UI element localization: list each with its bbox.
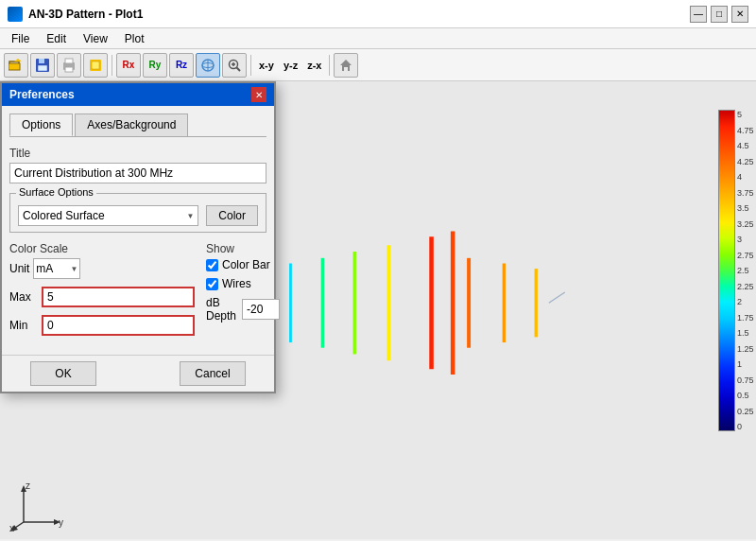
color-scale-label: Color Scale	[9, 242, 195, 255]
surface-dropdown[interactable]: Colored Surface ▼	[18, 205, 198, 226]
toolbar-separator-3	[329, 55, 330, 76]
unit-value: mA	[36, 262, 53, 275]
maximize-button[interactable]: □	[711, 6, 728, 23]
wires-checkbox[interactable]	[206, 278, 218, 290]
surface-row: Colored Surface ▼ Color	[18, 205, 258, 226]
depth-input[interactable]	[242, 299, 280, 320]
z-axis-label: z	[26, 480, 30, 491]
title-bar: AN-3D Pattern - Plot1 — □ ✕	[0, 0, 756, 28]
surface-dropdown-arrow: ▼	[186, 212, 194, 220]
unit-row: Unit mA ▼	[9, 258, 195, 279]
color-bar-label-14: 1.5	[737, 328, 756, 338]
svg-marker-18	[340, 60, 352, 71]
color-bar-label-8: 3	[737, 235, 756, 244]
toolbar-nav-xy[interactable]: x-y	[255, 58, 278, 73]
color-bar-label-5: 3.75	[737, 188, 756, 198]
toolbar-home-btn[interactable]	[334, 53, 358, 78]
min-row: Min	[9, 315, 195, 336]
colorbar-checkbox[interactable]	[206, 259, 218, 271]
toolbar-3d-btn[interactable]	[196, 53, 220, 78]
color-bar-label-2: 4.5	[737, 141, 756, 150]
color-bar-labels: 54.754.54.2543.753.53.2532.752.52.2521.7…	[737, 110, 756, 431]
svg-line-15	[237, 67, 241, 71]
svg-marker-1	[14, 59, 22, 61]
toolbar-separator-2	[250, 55, 251, 76]
dialog-title-bar: Preferences ✕	[2, 83, 274, 106]
menu-edit[interactable]: Edit	[39, 30, 74, 47]
color-bar-label-0: 5	[737, 110, 756, 119]
toolbar-rz-btn[interactable]: Rz	[169, 53, 194, 78]
close-button[interactable]: ✕	[731, 6, 748, 23]
color-bar-label-18: 0.5	[737, 391, 756, 400]
max-label: Max	[9, 290, 36, 304]
unit-dropdown[interactable]: mA ▼	[33, 258, 80, 279]
show-section: Show Color Bar Wires dB Depth	[206, 242, 280, 343]
dialog-close-button[interactable]: ✕	[251, 87, 266, 102]
toolbar: Rx Ry Rz x-y y-z z-x	[0, 49, 756, 81]
menu-bar: File Edit View Plot	[0, 28, 756, 49]
max-input[interactable]	[42, 287, 195, 307]
min-label: Min	[9, 319, 36, 332]
svg-rect-2	[9, 63, 20, 70]
colorbar-checkbox-row: Color Bar	[206, 258, 280, 271]
title-label: Title	[9, 147, 266, 160]
color-bar-label-1: 4.75	[737, 126, 756, 135]
toolbar-nav-yz[interactable]: y-z	[280, 58, 301, 73]
title-group: Title	[9, 147, 266, 183]
surface-dropdown-value: Colored Surface	[23, 209, 105, 222]
svg-rect-4	[39, 59, 44, 63]
svg-rect-8	[65, 67, 73, 72]
color-bar-label-12: 2	[737, 297, 756, 306]
toolbar-open-btn[interactable]	[4, 53, 28, 78]
toolbar-yellow-btn[interactable]	[83, 53, 108, 78]
svg-rect-7	[65, 59, 73, 63]
preferences-dialog: Preferences ✕ Options Axes/Background Ti…	[0, 81, 276, 393]
toolbar-save-btn[interactable]	[30, 53, 55, 78]
axes-indicator: z y x	[9, 480, 66, 532]
toolbar-zoom-btn[interactable]	[222, 53, 247, 78]
color-bar-label-15: 1.25	[737, 344, 756, 354]
toolbar-rx-btn[interactable]: Rx	[116, 53, 141, 78]
color-bar-label-6: 3.5	[737, 203, 756, 213]
unit-label: Unit	[9, 262, 29, 275]
toolbar-nav-zx[interactable]: z-x	[303, 58, 325, 73]
color-scale-section: Color Scale Unit mA ▼ Max Min	[9, 242, 195, 343]
main-content: Preferences ✕ Options Axes/Background Ti…	[0, 81, 756, 539]
cancel-button[interactable]: Cancel	[180, 361, 246, 386]
toolbar-print-btn[interactable]	[57, 53, 81, 78]
depth-row: dB Depth	[206, 296, 280, 323]
dialog-tabs: Options Axes/Background	[9, 113, 266, 137]
color-bar: 54.754.54.2543.753.53.2532.752.52.2521.7…	[718, 110, 743, 431]
depth-label: dB Depth	[206, 296, 236, 323]
color-bar-label-19: 0.25	[737, 407, 756, 416]
menu-file[interactable]: File	[4, 30, 37, 47]
minimize-button[interactable]: —	[690, 6, 707, 23]
menu-view[interactable]: View	[76, 30, 115, 47]
x-axis-label: x	[9, 523, 14, 532]
window-title: AN-3D Pattern - Plot1	[28, 8, 143, 21]
tab-axes-background[interactable]: Axes/Background	[75, 113, 188, 136]
unit-arrow: ▼	[70, 265, 77, 273]
ok-button[interactable]: OK	[30, 361, 96, 386]
toolbar-separator-1	[112, 55, 112, 76]
menu-plot[interactable]: Plot	[117, 30, 152, 47]
colorbar-label: Color Bar	[222, 258, 270, 271]
svg-line-34	[549, 292, 565, 303]
color-bar-gradient	[718, 110, 735, 431]
min-input[interactable]	[42, 315, 195, 336]
color-bar-label-3: 4.25	[737, 157, 756, 166]
color-bar-label-17: 0.75	[737, 375, 756, 385]
color-bar-label-16: 1	[737, 359, 756, 369]
dialog-title-text: Preferences	[9, 88, 75, 101]
color-button[interactable]: Color	[206, 205, 258, 226]
color-bar-label-11: 2.25	[737, 282, 756, 291]
tab-options[interactable]: Options	[9, 113, 73, 136]
dialog-body: Options Axes/Background Title Surface Op…	[2, 106, 274, 351]
color-bar-label-4: 4	[737, 172, 756, 182]
show-label: Show	[206, 242, 280, 255]
color-bar-label-7: 3.25	[737, 219, 756, 229]
title-input[interactable]	[9, 163, 266, 183]
surface-options-section: Surface Options Colored Surface ▼ Color	[9, 193, 266, 233]
toolbar-ry-btn[interactable]: Ry	[143, 53, 167, 78]
color-bar-label-9: 2.75	[737, 251, 756, 260]
